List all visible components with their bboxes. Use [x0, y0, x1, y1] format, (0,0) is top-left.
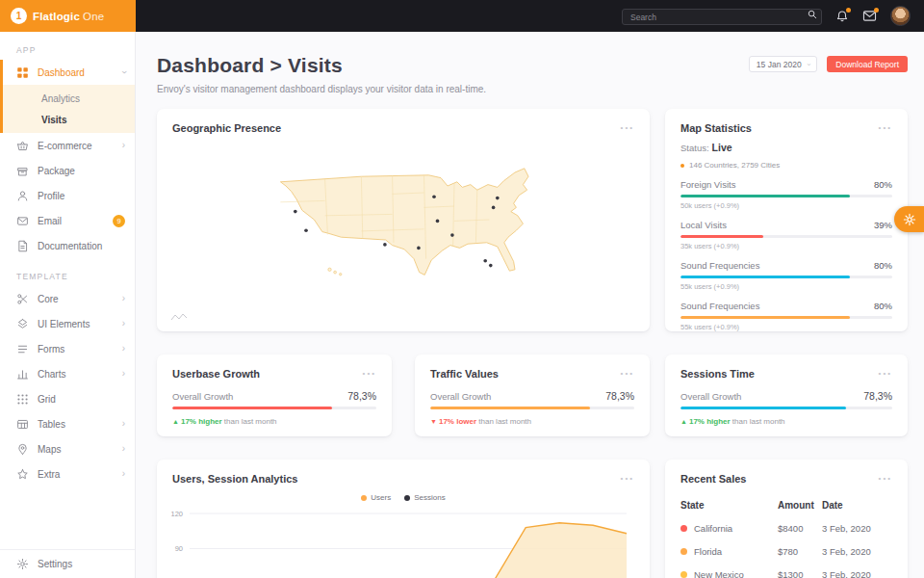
- download-report-button[interactable]: Download Report: [827, 56, 908, 72]
- trend-text: ▲17% higher than last month: [680, 417, 892, 426]
- metric-sound-frequencies-1: Sound Frequencies80% 55k users (+0.9%): [680, 260, 892, 291]
- legend-item-sessions[interactable]: Sessions: [404, 493, 445, 502]
- notifications-bell-icon[interactable]: [835, 10, 849, 23]
- grid-dots-icon: [16, 393, 29, 406]
- metric-local-visits: Local Visits39% 35k users (+0.9%): [680, 220, 892, 250]
- legend-dot: [361, 495, 367, 501]
- gear-icon: [903, 213, 916, 226]
- card-menu-icon[interactable]: •••: [879, 475, 892, 483]
- metric-label: Foreign Visits: [680, 179, 735, 190]
- card-menu-icon[interactable]: •••: [621, 370, 634, 378]
- cell-date: 3 Feb, 2020: [822, 546, 892, 557]
- date-selector[interactable]: 15 Jan 2020 ›: [749, 56, 817, 72]
- chevron-right-icon: ›: [122, 319, 125, 328]
- sidebar-item-ecommerce[interactable]: E-commerce ›: [0, 133, 135, 158]
- sidebar-item-label: Extra: [38, 469, 114, 480]
- growth-label: Overall Growth: [172, 391, 233, 402]
- status-value: Live: [712, 142, 732, 153]
- cell-date: 3 Feb, 2020: [822, 523, 892, 534]
- metric-value: 39%: [874, 220, 892, 230]
- legend-item-users[interactable]: Users: [361, 493, 391, 502]
- chevron-right-icon: ›: [122, 419, 125, 429]
- sidebar-item-profile[interactable]: Profile: [0, 183, 135, 208]
- trend-rest: than last month: [732, 417, 785, 426]
- status-row: Status:Live: [680, 142, 892, 153]
- search-icon[interactable]: [808, 10, 817, 19]
- trend-down-icon: ▼: [430, 418, 437, 425]
- card-menu-icon[interactable]: •••: [621, 475, 634, 483]
- sidebar-item-settings[interactable]: Settings: [0, 549, 135, 578]
- sidebar: APP Dashboard › Analytics Visits E-comme…: [0, 32, 136, 578]
- main-content: Dashboard > Visits Envoy's visitor manag…: [136, 32, 924, 578]
- card-title: Recent Sales: [680, 473, 746, 485]
- card-title: Sessions Time: [680, 368, 755, 380]
- cell-state: Florida: [694, 546, 722, 557]
- package-icon: [16, 165, 29, 177]
- sidebar-item-analytics[interactable]: Analytics: [3, 88, 135, 109]
- sidebar-item-core[interactable]: Core ›: [0, 286, 135, 311]
- trend-rest: than last month: [224, 417, 277, 426]
- trend-main: 17% higher: [181, 417, 222, 426]
- sidebar-section-app: APP: [16, 45, 135, 55]
- area-chart[interactable]: 1209060300: [165, 506, 634, 578]
- progress-track: [172, 407, 376, 409]
- col-date: Date: [822, 500, 892, 511]
- trend-up-icon: ▲: [172, 418, 179, 425]
- sidebar-item-visits[interactable]: Visits: [3, 109, 135, 130]
- sidebar-item-forms[interactable]: Forms ›: [0, 336, 135, 361]
- cell-date: 3 Feb, 2020: [822, 569, 892, 578]
- trend-text: ▲17% higher than last month: [172, 417, 376, 426]
- brand-light: One: [83, 11, 104, 22]
- sidebar-item-grid[interactable]: Grid: [0, 386, 135, 411]
- metric-sub: 50k users (+0.9%): [680, 201, 892, 210]
- card-menu-icon[interactable]: •••: [363, 370, 376, 378]
- metric-label: Local Visits: [680, 220, 727, 230]
- basket-icon: [16, 140, 29, 152]
- search-input[interactable]: [622, 9, 822, 25]
- progress-fill: [172, 407, 332, 409]
- cell-amount: $780: [778, 546, 822, 557]
- table-header: State Amount Date: [680, 493, 892, 516]
- page-subtitle: Envoy's visitor management dashboard dis…: [157, 84, 486, 94]
- brand-logo[interactable]: 1 FlatlogicOne: [0, 0, 136, 32]
- dashboard-group: Dashboard › Analytics Visits: [0, 60, 135, 133]
- sidebar-item-maps[interactable]: Maps ›: [0, 436, 135, 461]
- sidebar-item-extra[interactable]: Extra ›: [0, 461, 135, 486]
- sidebar-item-charts[interactable]: Charts ›: [0, 361, 135, 386]
- metric-sub: 35k users (+0.9%): [680, 242, 892, 250]
- sidebar-item-label: Core: [38, 294, 114, 304]
- user-avatar[interactable]: [890, 6, 911, 26]
- state-dot-icon: [680, 548, 687, 555]
- status-label: Status:: [680, 143, 709, 153]
- card-menu-icon[interactable]: •••: [879, 370, 892, 378]
- countries-summary: 146 Countries, 2759 Cities: [680, 161, 892, 170]
- legend-dot: [404, 495, 410, 501]
- us-map[interactable]: [259, 147, 548, 300]
- card-menu-icon[interactable]: •••: [879, 124, 892, 132]
- sidebar-item-label: Tables: [38, 419, 114, 430]
- sidebar-item-documentation[interactable]: Documentation: [0, 233, 135, 258]
- progress-fill: [680, 407, 846, 409]
- sidebar-item-ui-elements[interactable]: UI Elements ›: [0, 311, 135, 336]
- sidebar-item-dashboard[interactable]: Dashboard ›: [3, 60, 135, 85]
- table-row: New Mexico $1300 3 Feb, 2020: [680, 563, 892, 578]
- summary-text: 146 Countries, 2759 Cities: [689, 161, 780, 170]
- card-menu-icon[interactable]: •••: [621, 124, 634, 132]
- progress-track: [430, 407, 634, 409]
- growth-label: Overall Growth: [680, 391, 741, 402]
- floating-settings-button[interactable]: [894, 206, 924, 232]
- map-pin-icon: [16, 443, 29, 456]
- metric-sound-frequencies-2: Sound Frequencies80% 55k users (+0.9%): [680, 301, 892, 331]
- search-wrap: [622, 7, 822, 26]
- growth-value: 78,3%: [347, 390, 376, 402]
- brand-name: FlatlogicOne: [33, 11, 104, 22]
- sidebar-item-label: UI Elements: [38, 319, 114, 329]
- sidebar-item-label: Settings: [38, 559, 72, 569]
- sidebar-item-package[interactable]: Package: [0, 158, 135, 183]
- sidebar-section-template: TEMPLATE: [16, 272, 135, 281]
- sidebar-item-tables[interactable]: Tables ›: [0, 411, 135, 436]
- star-icon: [16, 468, 29, 481]
- sidebar-item-email[interactable]: Email 9: [0, 208, 135, 233]
- messages-mail-icon[interactable]: [862, 10, 877, 22]
- card-userbase-growth: Userbase Growth ••• Overall Growth78,3% …: [157, 355, 392, 436]
